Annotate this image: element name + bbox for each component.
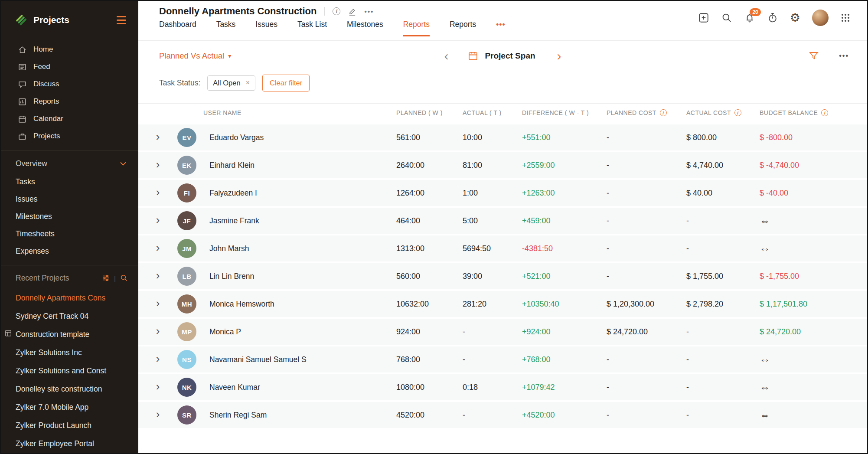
sidebar-overview-item[interactable]: Tasks (1, 173, 138, 190)
tab[interactable]: Milestones (347, 20, 383, 36)
planned-value: 10632:00 (396, 300, 463, 309)
sidebar-project-item[interactable]: Zylker Solutions Inc (1, 343, 138, 362)
row-expand-chevron[interactable]: › (156, 297, 160, 309)
sidebar-item-feed[interactable]: Feed (1, 58, 138, 75)
user-name[interactable]: Faiyazudeen I (203, 189, 396, 198)
sidebar-overview-item[interactable]: Timesheets (1, 225, 138, 242)
sidebar-project-item[interactable]: Construction template (1, 325, 138, 343)
filter-chip-all-open[interactable]: All Open × (207, 75, 255, 91)
add-new-icon[interactable] (698, 12, 709, 23)
calendar-icon (17, 114, 27, 124)
user-name[interactable]: Monica P (203, 327, 396, 336)
timer-icon[interactable] (767, 12, 778, 23)
col-user-name: USER NAME (203, 109, 396, 116)
next-chevron[interactable]: › (555, 49, 563, 62)
sidebar-project-item[interactable]: Donnelly Apartments Cons (1, 289, 138, 307)
sidebar-project-item[interactable]: Zylker Product Launch (1, 416, 138, 434)
row-expand-chevron[interactable]: › (156, 214, 160, 225)
info-icon[interactable]: i (660, 109, 667, 116)
sidebar-overview-item[interactable]: Issues (1, 190, 138, 208)
user-name[interactable]: Einhard Klein (203, 161, 396, 170)
row-expand-chevron[interactable]: › (156, 325, 160, 336)
row-expand-chevron[interactable]: › (156, 381, 160, 392)
sidebar-project-item[interactable]: Zylker Solutions and Const (1, 362, 138, 380)
planned-value: 924:00 (396, 327, 463, 336)
row-expand-chevron[interactable]: › (156, 159, 160, 170)
info-icon[interactable]: i (821, 109, 828, 116)
close-icon[interactable]: × (246, 79, 250, 86)
budget-balance-value: ⇔ (760, 242, 867, 255)
notifications-bell-icon[interactable]: 20 (744, 12, 755, 23)
col-planned: PLANNED ( W ) (396, 109, 463, 116)
user-name[interactable]: Sherin Regi Sam (203, 411, 396, 420)
search-icon[interactable] (120, 274, 128, 282)
row-expand-chevron[interactable]: › (156, 186, 160, 198)
avatar-initials: EV (182, 134, 191, 141)
sidebar-item-projects[interactable]: Projects (1, 127, 138, 145)
more-options-icon[interactable]: ••• (839, 52, 849, 60)
sidebar-section-overview[interactable]: Overview (1, 154, 138, 173)
sidebar-item-label: Tasks (16, 177, 35, 186)
sidebar-item-label: Discuss (33, 80, 59, 88)
row-expand-chevron[interactable]: › (156, 353, 160, 364)
row-expand-chevron[interactable]: › (156, 270, 160, 281)
sidebar-collapse-icon[interactable] (117, 16, 126, 24)
tab[interactable]: Dashboard (159, 20, 196, 36)
sidebar-project-item[interactable]: Donelley site construction (1, 380, 138, 398)
user-avatar: SR (177, 405, 196, 425)
search-icon[interactable] (721, 12, 732, 23)
actual-value: 10:00 (463, 133, 522, 142)
calendar-icon[interactable] (467, 51, 478, 61)
filter-funnel-icon[interactable] (809, 51, 819, 61)
user-name[interactable]: Eduardo Vargas (203, 133, 396, 142)
info-icon[interactable]: i (333, 7, 340, 15)
tab[interactable]: Issues (255, 20, 277, 36)
previous-chevron[interactable]: ‹ (442, 49, 450, 62)
tab[interactable]: Tasks (216, 20, 236, 36)
clear-filter-button[interactable]: Clear filter (262, 75, 310, 91)
tab[interactable]: Reports (403, 20, 430, 36)
row-expand-chevron[interactable]: › (156, 131, 160, 142)
sidebar-item-reports[interactable]: Reports (1, 93, 138, 110)
more-options-icon[interactable]: ••• (364, 8, 374, 15)
user-avatar[interactable] (812, 10, 829, 26)
difference-value: +10350:40 (522, 300, 607, 309)
user-name[interactable]: Monica Hemsworth (203, 300, 396, 309)
sidebar-project-item[interactable]: Sydney Cert Track 04 (1, 307, 138, 325)
row-expand-chevron[interactable]: › (156, 408, 160, 420)
user-name[interactable]: John Marsh (203, 244, 396, 253)
sidebar-item-home[interactable]: Home (1, 41, 138, 58)
report-selector-label: Planned Vs Actual (159, 51, 224, 61)
user-name[interactable]: Lin Lin Brenn (203, 272, 396, 281)
sidebar-overview-item[interactable]: Milestones (1, 208, 138, 225)
sidebar-item-label: Expenses (16, 247, 49, 256)
user-name[interactable]: Jasmine Frank (203, 216, 396, 225)
sidebar-project-item[interactable]: Zylker 7.0 Mobile App (1, 398, 138, 416)
project-name: Sydney Cert Track 04 (16, 312, 88, 321)
edit-icon[interactable] (348, 7, 356, 16)
info-icon[interactable]: i (734, 109, 741, 116)
user-avatar: EV (177, 128, 196, 147)
sidebar-overview-item[interactable]: Expenses (1, 242, 138, 260)
sidebar-project-item[interactable]: Zylker Employee Portal (1, 434, 138, 453)
tab[interactable]: ••• (496, 20, 505, 36)
sidebar-item-discuss[interactable]: Discuss (1, 75, 138, 93)
filter-sliders-icon[interactable] (102, 274, 110, 282)
settings-gear-icon[interactable]: ⚙ (790, 12, 800, 24)
user-name[interactable]: Naveen Kumar (203, 383, 396, 392)
row-expand-chevron[interactable]: › (156, 242, 160, 253)
actual-cost-value: $ 2,798.20 (686, 300, 760, 309)
user-avatar: NK (177, 378, 196, 397)
avatar-initials: LB (183, 273, 192, 280)
actual-value: - (463, 411, 522, 420)
col-planned-cost: PLANNED COSTi (607, 109, 686, 116)
tab[interactable]: Task List (297, 20, 327, 36)
actual-cost-value: - (686, 411, 760, 420)
sidebar-item-calendar[interactable]: Calendar (1, 110, 138, 127)
apps-grid-icon[interactable] (840, 13, 851, 23)
date-range-label[interactable]: Project Span (485, 51, 535, 61)
user-name[interactable]: Navamani Samuel Samuel S (203, 355, 396, 364)
tab[interactable]: Reports (450, 20, 476, 36)
report-selector[interactable]: Planned Vs Actual ▾ (159, 51, 231, 61)
chevron-down-icon[interactable] (120, 162, 126, 166)
